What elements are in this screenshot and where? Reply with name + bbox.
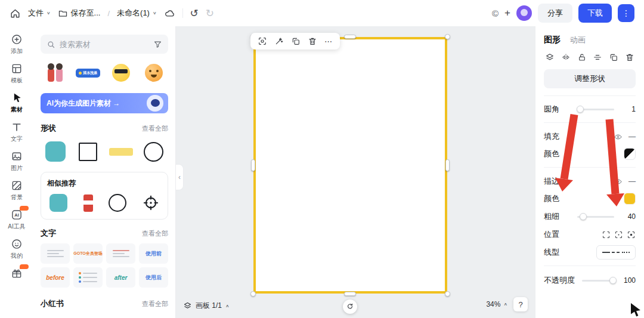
rail-item-promo[interactable]: [2, 264, 32, 282]
artboard[interactable]: [253, 37, 447, 294]
rail-item-background[interactable]: 背景: [2, 176, 32, 205]
avatar[interactable]: [516, 5, 532, 21]
stroke-position-outside-icon[interactable]: [627, 230, 636, 239]
resize-handle-w[interactable]: [251, 159, 255, 171]
save-to-button[interactable]: 保存至...: [58, 8, 101, 18]
shape-yellow-bar[interactable]: [106, 138, 135, 165]
teal-square-thumb[interactable]: [49, 194, 67, 212]
panel-collapse-button[interactable]: ‹: [176, 164, 184, 190]
share-button[interactable]: 分享: [538, 4, 572, 23]
text-view-all-link[interactable]: 查看全部: [142, 229, 168, 238]
visibility-icon[interactable]: [614, 132, 623, 141]
adjust-shape-button[interactable]: 调整形状: [544, 69, 636, 88]
download-button[interactable]: 下载: [578, 4, 612, 23]
corner-radius-slider[interactable]: [577, 109, 614, 110]
stroke-visibility-icon[interactable]: [614, 177, 623, 186]
red-packet-thumb[interactable]: [83, 194, 93, 212]
more-options-button[interactable]: ⋮: [618, 4, 634, 22]
help-button[interactable]: ?: [513, 297, 528, 311]
remove-stroke-icon[interactable]: —: [628, 177, 636, 186]
chevron-left-icon: ‹: [178, 173, 181, 181]
slider-knob[interactable]: [580, 213, 587, 220]
filter-icon[interactable]: [153, 40, 162, 49]
stroke-color-swatch[interactable]: [624, 193, 636, 205]
delete-icon[interactable]: [308, 36, 317, 46]
resize-handle-s[interactable]: [344, 292, 356, 296]
slider-knob[interactable]: [609, 277, 617, 284]
tab-shape[interactable]: 图形: [544, 35, 561, 45]
stroke-position-inside-icon[interactable]: [602, 230, 611, 239]
search-bar[interactable]: [41, 35, 168, 54]
crosshair-thumb[interactable]: [143, 194, 159, 211]
canvas-area[interactable]: ‹ ⋯: [176, 26, 535, 318]
resize-handle-n[interactable]: [344, 35, 356, 39]
doc-name-menu[interactable]: 未命名(1) ∨: [117, 8, 156, 18]
remove-fill-icon[interactable]: —: [628, 132, 636, 141]
sticker-emoji-cool[interactable]: [106, 60, 135, 86]
file-menu[interactable]: 文件 ∨: [28, 8, 51, 18]
ai-generate-banner[interactable]: AI为你生成图片素材 →: [41, 93, 168, 113]
align-icon[interactable]: [593, 53, 602, 62]
text-template-thumb[interactable]: GOTO全员登场: [73, 243, 103, 264]
copyright-icon[interactable]: ©: [492, 8, 499, 18]
search-icon: [47, 40, 55, 49]
duplicate-icon[interactable]: [291, 36, 301, 46]
text-template-thumb[interactable]: 使用后: [139, 267, 168, 288]
rail-item-assets[interactable]: 素材: [2, 88, 32, 117]
text-template-thumb[interactable]: after: [106, 267, 135, 288]
select-similar-icon[interactable]: [258, 36, 267, 46]
rail-item-templates[interactable]: 模板: [2, 59, 32, 88]
sticker-tag[interactable]: 清水洗涤: [73, 60, 103, 86]
artboard-selector[interactable]: 画板 1/1 ∧: [183, 301, 230, 311]
tab-animation[interactable]: 动画: [570, 35, 586, 45]
shapes-view-all-link[interactable]: 查看全部: [142, 124, 168, 133]
rail-item-add[interactable]: 添加: [2, 30, 32, 58]
xiaohongshu-view-all-link[interactable]: 查看全部: [142, 300, 168, 308]
invite-member-button[interactable]: +: [504, 7, 510, 19]
text-template-thumb[interactable]: [41, 243, 70, 264]
circle-outline-thumb[interactable]: [109, 194, 126, 212]
cloud-sync-button[interactable]: [164, 8, 175, 19]
rail-item-images[interactable]: 图片: [2, 147, 32, 175]
resize-handle-e[interactable]: [445, 159, 450, 171]
trash-icon[interactable]: [625, 53, 634, 62]
stroke-position-center-icon[interactable]: [614, 230, 623, 239]
text-template-thumb[interactable]: 使用前: [139, 243, 168, 264]
text-template-thumb[interactable]: [106, 243, 135, 264]
rail-item-ai-tools[interactable]: AI AI工具: [2, 205, 32, 234]
resize-handle-se[interactable]: [445, 291, 450, 297]
resize-handle-sw[interactable]: [250, 291, 256, 297]
rail-item-text[interactable]: 文字: [2, 118, 32, 146]
opacity-slider[interactable]: [582, 280, 614, 282]
redo-button[interactable]: ↻: [206, 7, 214, 20]
magic-style-icon[interactable]: [274, 36, 284, 46]
text-lines-icon: [47, 250, 64, 257]
collapse-up-icon: ∧: [225, 304, 230, 308]
home-button[interactable]: [10, 8, 21, 19]
resize-handle-ne[interactable]: [445, 34, 450, 39]
shape-rounded-square[interactable]: [41, 138, 70, 165]
text-template-thumb[interactable]: [73, 267, 103, 288]
sticker-girls[interactable]: [41, 60, 70, 86]
sticker-emoji-smile[interactable]: [139, 60, 168, 86]
image-icon: [11, 150, 23, 162]
arrange-layers-icon[interactable]: [545, 53, 555, 62]
more-actions-icon[interactable]: ⋯: [324, 37, 333, 46]
copy-icon[interactable]: [609, 53, 618, 62]
fill-color-swatch[interactable]: [624, 148, 636, 160]
stroke-weight-slider[interactable]: [577, 216, 614, 218]
rail-item-mine[interactable]: 我的: [2, 234, 32, 263]
shape-circle-outline[interactable]: [139, 138, 168, 165]
slider-knob[interactable]: [577, 106, 584, 113]
line-style-picker[interactable]: [596, 245, 636, 260]
text-lines-icon: [113, 250, 129, 257]
text-template-thumb[interactable]: before: [41, 267, 70, 288]
flip-icon[interactable]: [561, 53, 571, 62]
rotate-handle[interactable]: [343, 300, 357, 314]
search-input[interactable]: [60, 40, 149, 49]
lock-icon[interactable]: [577, 53, 587, 62]
circle-outline-icon: [144, 142, 163, 162]
undo-button[interactable]: ↺: [190, 7, 199, 20]
shape-square-outline[interactable]: [73, 138, 103, 165]
zoom-control[interactable]: 34% ∧: [486, 300, 507, 308]
